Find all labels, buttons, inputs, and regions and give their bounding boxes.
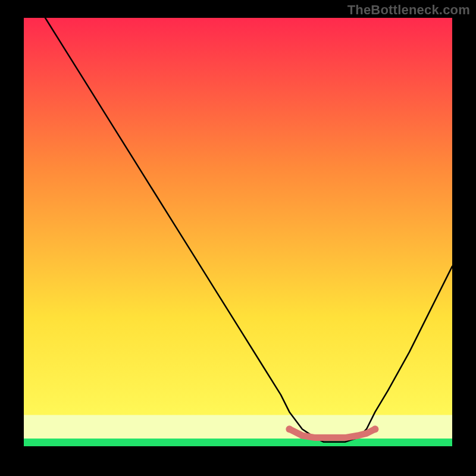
pale-band (24, 415, 452, 439)
trough-dot-right (371, 425, 378, 433)
chart-svg (0, 0, 476, 476)
plot-area (24, 18, 452, 446)
green-band (24, 439, 452, 446)
trough-dot-left (286, 425, 293, 433)
chart-stage: TheBottleneck.com (0, 0, 476, 476)
